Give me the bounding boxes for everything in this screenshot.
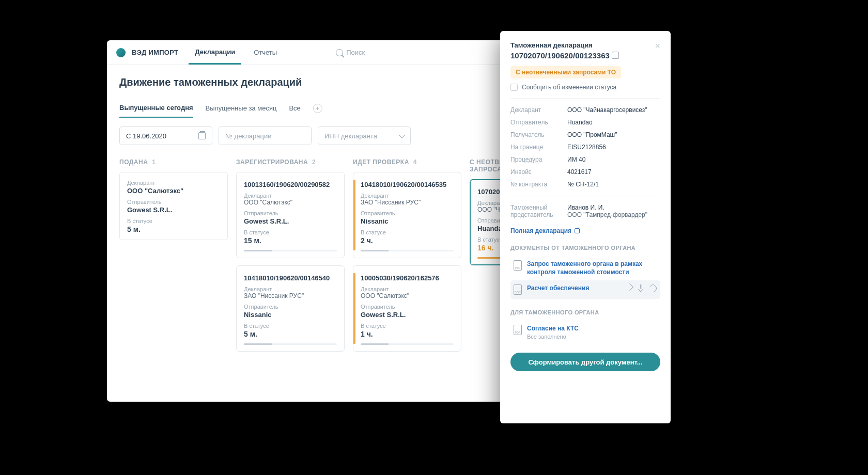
logo-icon [116, 48, 126, 57]
card-sender: Gowest S.R.L. [244, 217, 337, 225]
declaration-card[interactable]: 10418010/190620/00146540 Декларант ЗАО "… [236, 265, 345, 352]
tab-declarations[interactable]: Декларации [189, 41, 241, 65]
card-number: 10418010/190620/00146535 [361, 181, 454, 188]
section-docs-to: ДЛЯ ТАМОЖЕННОГО ОРГАНА [510, 309, 660, 315]
subtab-all[interactable]: Все [289, 99, 300, 117]
close-icon[interactable]: × [655, 41, 660, 51]
label-sender: Отправитель [361, 210, 454, 216]
card-number: 10013160/190620/00290582 [244, 181, 337, 188]
declaration-number-input[interactable]: № декларации [219, 126, 312, 145]
card-status: 5 м. [244, 330, 337, 338]
declaration-card[interactable]: Декларант ООО "Салютэкс" Отправитель Gow… [119, 172, 228, 240]
chevron-down-icon [399, 132, 405, 138]
subtab-today[interactable]: Выпущенные сегодня [119, 99, 193, 118]
detail-panel: Таможенная декларация 10702070/190620/00… [500, 31, 671, 423]
info-value: № CH-12/1 [567, 181, 599, 188]
label-status: В статусе [127, 218, 220, 224]
column-count: 1 [152, 159, 156, 166]
label-declarant: Декларант [127, 180, 220, 186]
card-status: 15 м. [244, 236, 337, 245]
card-sender: Gowest S.R.L. [361, 311, 454, 319]
tab-reports[interactable]: Отчеты [247, 41, 283, 64]
rep-name: Иванов И. И. [567, 204, 605, 211]
info-key: На границе [510, 144, 562, 151]
panel-number: 10702070/190620/00123363 [510, 51, 610, 60]
label-status: В статусе [361, 229, 454, 235]
card-sender: Gowest S.R.L. [127, 206, 220, 214]
card-status: 1 ч. [361, 330, 454, 338]
document-row[interactable]: Запрос таможенного органа в рамках контр… [510, 256, 660, 280]
card-sender: Nissanic [361, 217, 454, 225]
full-declaration-link[interactable]: Полная декларация [510, 227, 580, 234]
label-declarant: Декларант [361, 193, 454, 199]
info-value: ООО "Чайнакаргосервисез" [567, 106, 647, 114]
card-declarant: ЗАО "Ниссаник РУС" [361, 199, 454, 206]
card-number: 10418010/190620/00146540 [244, 274, 337, 282]
section-docs-from: ДОКУМЕНТЫ ОТ ТАМОЖЕННОГО ОРГАНА [510, 245, 660, 251]
doc-icon [514, 284, 522, 295]
notify-checkbox-row[interactable]: Сообщить об изменении статуса [510, 84, 660, 91]
declaration-card[interactable]: 10418010/190620/00146535 Декларант ЗАО "… [353, 172, 461, 258]
label-declarant: Декларант [244, 286, 337, 292]
label-status: В статусе [244, 323, 337, 329]
external-link-icon [575, 228, 580, 233]
info-key: Процедура [510, 156, 562, 163]
panel-title: Таможенная декларация [510, 41, 619, 49]
label-sender: Отправитель [361, 304, 454, 310]
document-name: Запрос таможенного органа в рамках контр… [527, 260, 657, 276]
column-count: 4 [413, 159, 417, 166]
document-sub: Все заполнено [527, 333, 657, 340]
column-title: ЗАРЕГИСТРИРОВАНА [236, 159, 308, 166]
search[interactable]: Поиск [336, 49, 365, 56]
card-status: 5 м. [127, 225, 220, 233]
document-row[interactable]: Согласие на КТС Все заполнено [510, 321, 660, 344]
card-status: 2 ч. [361, 236, 454, 245]
card-declarant: ООО "Салютэкс" [244, 199, 337, 206]
date-input[interactable]: С 19.06.2020 [119, 126, 212, 145]
add-subtab-icon[interactable]: + [313, 104, 322, 113]
info-value: EISU2128856 [567, 144, 606, 151]
card-sender: Nissanic [244, 311, 337, 319]
column-count: 2 [312, 159, 316, 166]
brand: ВЭД ИМПОРТ [132, 49, 178, 56]
pdf-icon [514, 260, 522, 271]
subtab-month[interactable]: Выпущенные за месяц [206, 99, 277, 117]
info-value: ООО "ПромМаш" [567, 131, 617, 138]
info-key: Таможенный представитель [510, 204, 562, 218]
rep-org: ООО "Тампред-форвардер" [567, 211, 647, 218]
card-declarant: ЗАО "Ниссаник РУС" [244, 292, 337, 299]
date-value: С 19.06.2020 [126, 132, 166, 140]
column-title: ИДЕТ ПРОВЕРКА [353, 159, 409, 166]
search-placeholder: Поиск [346, 49, 365, 56]
document-row[interactable]: Расчет обеспечения [510, 280, 660, 299]
create-document-button[interactable]: Сформировать другой документ... [510, 353, 660, 371]
inn-placeholder: ИНН декларанта [324, 132, 377, 140]
column-registered: ЗАРЕГИСТРИРОВАНА 2 10013160/190620/00290… [236, 159, 345, 359]
checkbox-icon [510, 84, 518, 91]
label-sender: Отправитель [127, 199, 220, 205]
download-icon[interactable] [638, 284, 644, 291]
declaration-card[interactable]: 10013160/190620/00290582 Декларант ООО "… [236, 172, 345, 258]
pdf-icon [514, 325, 522, 335]
info-value: 4021617 [567, 168, 592, 176]
info-key: Инвойс [510, 168, 562, 176]
info-value: Huandao [567, 119, 593, 126]
column-checking: ИДЕТ ПРОВЕРКА 4 10418010/190620/00146535… [353, 159, 461, 359]
cursor-icon [626, 283, 633, 291]
info-value: ИМ 40 [567, 156, 585, 163]
divider [510, 196, 660, 196]
info-key: Отправитель [510, 119, 562, 126]
info-key: Получатель [510, 131, 562, 138]
declaration-card[interactable]: 10005030/190620/162576 Декларант ООО "Са… [353, 265, 461, 352]
search-icon [336, 49, 343, 56]
label-sender: Отправитель [244, 210, 337, 216]
copy-icon[interactable] [613, 53, 619, 59]
link-text: Полная декларация [510, 227, 571, 234]
label-status: В статусе [361, 323, 454, 329]
card-declarant: ООО "Салютэкс" [361, 292, 454, 299]
card-number: 10005030/190620/162576 [361, 274, 454, 282]
calendar-icon [198, 132, 206, 139]
label-sender: Отправитель [244, 304, 337, 310]
inn-select[interactable]: ИНН декларанта [318, 126, 411, 145]
share-icon[interactable] [649, 283, 658, 292]
